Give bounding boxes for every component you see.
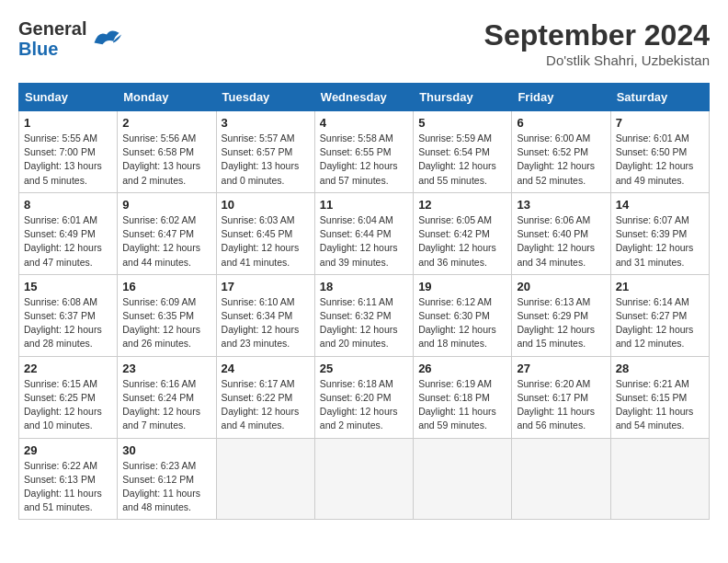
- month-year-title: September 2024: [484, 18, 710, 52]
- logo-bird-icon: [90, 26, 123, 52]
- day-info: Sunrise: 6:01 AMSunset: 6:50 PMDaylight:…: [616, 132, 704, 188]
- day-number: 29: [24, 443, 112, 457]
- day-number: 20: [517, 280, 605, 293]
- calendar-cell: 9Sunrise: 6:02 AMSunset: 6:47 PMDaylight…: [118, 192, 216, 274]
- calendar-cell: 3Sunrise: 5:57 AMSunset: 6:57 PMDaylight…: [216, 111, 314, 193]
- calendar-cell: 16Sunrise: 6:09 AMSunset: 6:35 PMDayligh…: [118, 274, 216, 356]
- calendar-cell: 1Sunrise: 5:55 AMSunset: 7:00 PMDaylight…: [19, 111, 118, 193]
- day-number: 28: [616, 362, 704, 375]
- day-info: Sunrise: 6:08 AMSunset: 6:37 PMDaylight:…: [24, 295, 112, 351]
- week-row-5: 29Sunrise: 6:22 AMSunset: 6:13 PMDayligh…: [19, 438, 710, 520]
- calendar-cell: [216, 438, 314, 520]
- day-number: 4: [320, 116, 408, 130]
- day-number: 18: [320, 280, 408, 293]
- day-info: Sunrise: 6:07 AMSunset: 6:39 PMDaylight:…: [616, 213, 704, 270]
- day-info: Sunrise: 6:13 AMSunset: 6:29 PMDaylight:…: [517, 295, 605, 351]
- calendar-cell: 25Sunrise: 6:18 AMSunset: 6:20 PMDayligh…: [314, 356, 413, 438]
- day-info: Sunrise: 6:16 AMSunset: 6:24 PMDaylight:…: [122, 377, 210, 433]
- calendar-cell: 11Sunrise: 6:04 AMSunset: 6:44 PMDayligh…: [314, 192, 413, 274]
- day-number: 25: [320, 362, 408, 375]
- calendar-cell: 2Sunrise: 5:56 AMSunset: 6:58 PMDaylight…: [118, 111, 216, 193]
- day-number: 12: [418, 198, 506, 212]
- col-header-sunday: Sunday: [19, 84, 118, 111]
- day-info: Sunrise: 6:22 AMSunset: 6:13 PMDaylight:…: [24, 459, 112, 515]
- day-info: Sunrise: 6:18 AMSunset: 6:20 PMDaylight:…: [320, 377, 408, 433]
- calendar-cell: 14Sunrise: 6:07 AMSunset: 6:39 PMDayligh…: [610, 192, 709, 274]
- calendar-cell: 30Sunrise: 6:23 AMSunset: 6:12 PMDayligh…: [118, 438, 216, 520]
- day-number: 7: [616, 116, 704, 130]
- day-number: 10: [222, 198, 310, 212]
- page-header: General Blue September 2024 Do'stlik Sha…: [18, 18, 710, 68]
- day-info: Sunrise: 5:56 AMSunset: 6:58 PMDaylight:…: [122, 132, 210, 188]
- location-subtitle: Do'stlik Shahri, Uzbekistan: [484, 52, 710, 68]
- col-header-monday: Monday: [118, 84, 216, 111]
- calendar-cell: 19Sunrise: 6:12 AMSunset: 6:30 PMDayligh…: [414, 274, 512, 356]
- day-number: 1: [24, 116, 112, 130]
- day-info: Sunrise: 5:58 AMSunset: 6:55 PMDaylight:…: [320, 132, 408, 188]
- day-info: Sunrise: 6:04 AMSunset: 6:44 PMDaylight:…: [320, 213, 408, 270]
- day-number: 5: [418, 116, 506, 130]
- day-info: Sunrise: 6:09 AMSunset: 6:35 PMDaylight:…: [122, 295, 210, 351]
- calendar-cell: 6Sunrise: 6:00 AMSunset: 6:52 PMDaylight…: [512, 111, 610, 193]
- week-row-3: 15Sunrise: 6:08 AMSunset: 6:37 PMDayligh…: [19, 274, 710, 356]
- day-info: Sunrise: 5:59 AMSunset: 6:54 PMDaylight:…: [418, 132, 506, 188]
- day-info: Sunrise: 6:00 AMSunset: 6:52 PMDaylight:…: [517, 132, 605, 188]
- day-number: 15: [24, 280, 112, 293]
- calendar-cell: 20Sunrise: 6:13 AMSunset: 6:29 PMDayligh…: [512, 274, 610, 356]
- day-number: 19: [418, 280, 506, 293]
- day-number: 11: [320, 198, 408, 212]
- calendar-cell: 27Sunrise: 6:20 AMSunset: 6:17 PMDayligh…: [512, 356, 610, 438]
- calendar-cell: [512, 438, 610, 520]
- day-info: Sunrise: 6:12 AMSunset: 6:30 PMDaylight:…: [418, 295, 506, 351]
- day-number: 22: [24, 362, 112, 375]
- day-info: Sunrise: 5:57 AMSunset: 6:57 PMDaylight:…: [222, 132, 310, 188]
- logo-text: General Blue: [18, 18, 86, 59]
- col-header-friday: Friday: [512, 84, 610, 111]
- calendar-cell: 7Sunrise: 6:01 AMSunset: 6:50 PMDaylight…: [610, 111, 709, 193]
- day-number: 21: [616, 280, 704, 293]
- calendar-cell: 29Sunrise: 6:22 AMSunset: 6:13 PMDayligh…: [19, 438, 118, 520]
- title-block: September 2024 Do'stlik Shahri, Uzbekist…: [484, 18, 710, 68]
- day-info: Sunrise: 6:17 AMSunset: 6:22 PMDaylight:…: [222, 377, 310, 433]
- calendar-cell: 8Sunrise: 6:01 AMSunset: 6:49 PMDaylight…: [19, 192, 118, 274]
- day-number: 16: [122, 280, 210, 293]
- week-row-1: 1Sunrise: 5:55 AMSunset: 7:00 PMDaylight…: [19, 111, 710, 193]
- day-number: 3: [222, 116, 310, 130]
- day-info: Sunrise: 6:21 AMSunset: 6:15 PMDaylight:…: [616, 377, 704, 433]
- day-info: Sunrise: 6:14 AMSunset: 6:27 PMDaylight:…: [616, 295, 704, 351]
- day-number: 8: [24, 198, 112, 212]
- day-number: 24: [222, 362, 310, 375]
- calendar-cell: 21Sunrise: 6:14 AMSunset: 6:27 PMDayligh…: [610, 274, 709, 356]
- calendar-cell: 24Sunrise: 6:17 AMSunset: 6:22 PMDayligh…: [216, 356, 314, 438]
- day-number: 9: [122, 198, 210, 212]
- calendar-cell: 15Sunrise: 6:08 AMSunset: 6:37 PMDayligh…: [19, 274, 118, 356]
- week-row-4: 22Sunrise: 6:15 AMSunset: 6:25 PMDayligh…: [19, 356, 710, 438]
- day-info: Sunrise: 6:02 AMSunset: 6:47 PMDaylight:…: [122, 213, 210, 270]
- day-number: 23: [122, 362, 210, 375]
- day-info: Sunrise: 6:05 AMSunset: 6:42 PMDaylight:…: [418, 213, 506, 270]
- calendar-cell: 18Sunrise: 6:11 AMSunset: 6:32 PMDayligh…: [314, 274, 413, 356]
- week-row-2: 8Sunrise: 6:01 AMSunset: 6:49 PMDaylight…: [19, 192, 710, 274]
- calendar-cell: [414, 438, 512, 520]
- logo: General Blue: [18, 18, 123, 59]
- calendar-table: SundayMondayTuesdayWednesdayThursdayFrid…: [18, 83, 710, 520]
- day-number: 13: [517, 198, 605, 212]
- day-number: 30: [122, 443, 210, 457]
- calendar-cell: 28Sunrise: 6:21 AMSunset: 6:15 PMDayligh…: [610, 356, 709, 438]
- day-info: Sunrise: 6:06 AMSunset: 6:40 PMDaylight:…: [517, 213, 605, 270]
- calendar-cell: 17Sunrise: 6:10 AMSunset: 6:34 PMDayligh…: [216, 274, 314, 356]
- calendar-cell: [314, 438, 413, 520]
- calendar-cell: 23Sunrise: 6:16 AMSunset: 6:24 PMDayligh…: [118, 356, 216, 438]
- calendar-cell: 26Sunrise: 6:19 AMSunset: 6:18 PMDayligh…: [414, 356, 512, 438]
- day-info: Sunrise: 6:19 AMSunset: 6:18 PMDaylight:…: [418, 377, 506, 433]
- calendar-cell: 4Sunrise: 5:58 AMSunset: 6:55 PMDaylight…: [314, 111, 413, 193]
- day-info: Sunrise: 6:15 AMSunset: 6:25 PMDaylight:…: [24, 377, 112, 433]
- day-info: Sunrise: 6:10 AMSunset: 6:34 PMDaylight:…: [222, 295, 310, 351]
- col-header-thursday: Thursday: [414, 84, 512, 111]
- day-number: 6: [517, 116, 605, 130]
- day-number: 17: [222, 280, 310, 293]
- col-header-tuesday: Tuesday: [216, 84, 314, 111]
- col-header-wednesday: Wednesday: [314, 84, 413, 111]
- day-number: 27: [517, 362, 605, 375]
- calendar-cell: 10Sunrise: 6:03 AMSunset: 6:45 PMDayligh…: [216, 192, 314, 274]
